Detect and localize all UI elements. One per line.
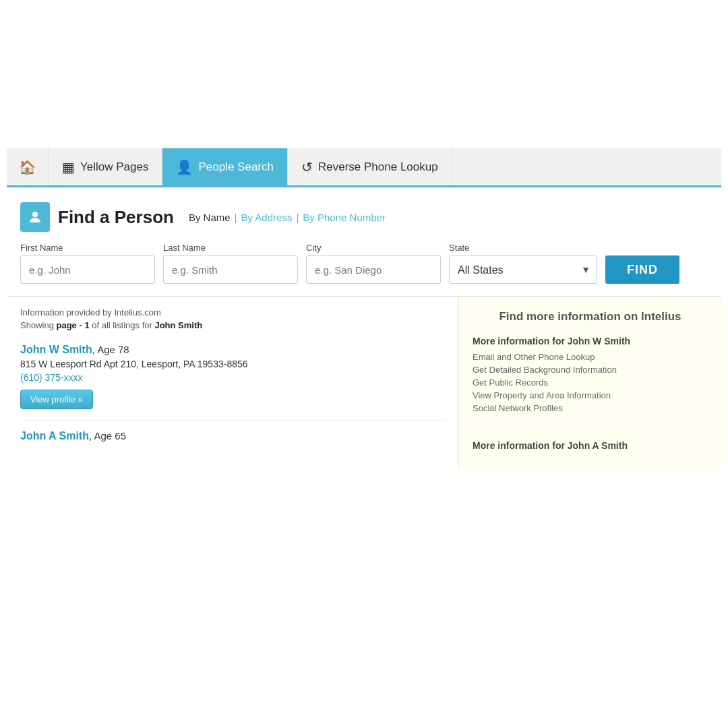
last-name-input[interactable] [163, 255, 298, 284]
state-group: State All States ▼ [449, 243, 597, 284]
showing-info: Showing page - 1 of all listings for Joh… [20, 320, 445, 330]
state-label: State [449, 243, 597, 253]
yellow-pages-label: Yellow Pages [80, 160, 148, 174]
result-1-address: 815 W Leesport Rd Apt 210, Leesport, PA … [20, 359, 445, 369]
nav-reverse-phone[interactable]: ↺ Reverse Phone Lookup [288, 148, 452, 185]
intelius-result2-section: More information for John A Smith [473, 440, 708, 451]
home-icon: 🏠 [19, 159, 36, 175]
find-button[interactable]: FIND [605, 255, 679, 284]
reverse-phone-label: Reverse Phone Lookup [318, 160, 438, 174]
city-label: City [306, 243, 441, 253]
reverse-phone-icon: ↺ [301, 159, 313, 175]
search-by-links: By Name | By Address | By Phone Number [189, 212, 386, 223]
intelius-link-email[interactable]: Email and Other Phone Lookup [473, 352, 708, 362]
result-1-phone[interactable]: (610) 375-xxxx [20, 372, 445, 383]
state-select[interactable]: All States [449, 255, 597, 284]
result-1-age: , Age 78 [92, 344, 129, 355]
intelius-result1-links: Email and Other Phone Lookup Get Detaile… [473, 352, 708, 413]
state-select-wrapper: All States ▼ [449, 255, 597, 284]
provider-info: Information provided by Intelius.com [20, 307, 445, 317]
intelius-link-background[interactable]: Get Detailed Background Information [473, 365, 708, 375]
first-name-group: First Name [20, 243, 155, 284]
intelius-link-property[interactable]: View Property and Area Information [473, 390, 708, 400]
results-section: Information provided by Intelius.com Sho… [7, 297, 721, 468]
city-group: City [306, 243, 441, 284]
by-address-link[interactable]: By Address [241, 212, 293, 223]
intelius-panel-header: Find more information on Intelius [473, 309, 708, 325]
result-2-name-line: John A Smith, Age 65 [20, 430, 445, 442]
nav-people-search[interactable]: 👤 People Search [162, 148, 288, 185]
people-search-label: People Search [198, 160, 274, 174]
intelius-result1-title: More information for John W Smith [473, 336, 708, 346]
city-input[interactable] [306, 255, 441, 284]
intelius-link-social[interactable]: Social Network Profiles [473, 403, 708, 413]
result-1-name[interactable]: John W Smith [20, 344, 92, 355]
intelius-result1-section: More information for John W Smith Email … [473, 336, 708, 413]
last-name-group: Last Name [163, 243, 298, 284]
search-fields: First Name Last Name City State All Stat… [20, 243, 708, 284]
intelius-result2-title: More information for John A Smith [473, 440, 708, 451]
first-name-input[interactable] [20, 255, 155, 284]
by-name-link[interactable]: By Name [189, 212, 231, 223]
view-profile-button[interactable]: View profile » [20, 390, 93, 409]
intelius-link-records[interactable]: Get Public Records [473, 377, 708, 388]
find-person-header: Find a Person By Name | By Address | By … [20, 202, 708, 232]
result-1-name-line: John W Smith, Age 78 [20, 344, 445, 356]
nav-yellow-pages[interactable]: ▦ Yellow Pages [49, 148, 162, 185]
search-name: John Smith [154, 320, 202, 330]
last-name-label: Last Name [163, 243, 298, 253]
intelius-panel: Find more information on Intelius More i… [458, 297, 721, 468]
result-2-age: , Age 65 [89, 430, 126, 442]
by-phone-link[interactable]: By Phone Number [303, 212, 386, 223]
result-card-1: John W Smith, Age 78 815 W Leesport Rd A… [20, 333, 445, 421]
results-left: Information provided by Intelius.com Sho… [7, 297, 458, 468]
people-search-icon: 👤 [176, 159, 193, 175]
result-2-name[interactable]: John A Smith [20, 430, 89, 442]
search-section: Find a Person By Name | By Address | By … [7, 187, 721, 297]
find-person-icon [20, 202, 50, 232]
svg-point-0 [32, 212, 38, 217]
result-card-2: John A Smith, Age 65 [20, 421, 445, 442]
yellow-pages-icon: ▦ [62, 159, 75, 175]
first-name-label: First Name [20, 243, 155, 253]
page-label: page - 1 [56, 320, 89, 330]
nav-home[interactable]: 🏠 [7, 148, 49, 185]
page-wrapper: 🏠 ▦ Yellow Pages 👤 People Search ↺ Rever… [7, 148, 721, 468]
find-person-title: Find a Person [58, 207, 174, 228]
nav-bar: 🏠 ▦ Yellow Pages 👤 People Search ↺ Rever… [7, 148, 721, 187]
